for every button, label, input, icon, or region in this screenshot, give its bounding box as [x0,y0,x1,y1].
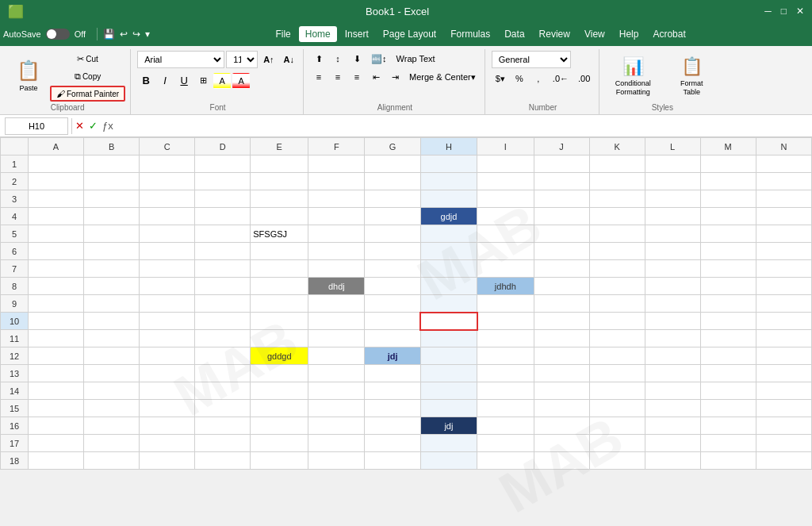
cell-B5[interactable] [84,225,140,243]
cell-B2[interactable] [84,173,140,190]
cell-N2[interactable] [756,173,811,190]
cell-D8[interactable] [195,278,251,295]
cell-L7[interactable] [645,260,700,278]
cell-B7[interactable] [84,260,140,278]
cell-F17[interactable] [308,435,365,452]
menu-acrobat[interactable]: Acrobat [646,26,691,42]
cell-G2[interactable] [365,173,421,190]
row-header-17[interactable]: 17 [1,435,29,452]
orientation-button[interactable]: 🔤↕ [367,51,391,67]
col-header-n[interactable]: N [756,138,811,155]
row-header-15[interactable]: 15 [1,400,29,417]
cell-F10[interactable] [308,313,365,330]
border-button[interactable]: ⊞ [194,73,212,89]
cell-A16[interactable] [29,417,84,435]
cell-K16[interactable] [589,417,645,435]
cell-C8[interactable] [140,278,195,295]
cell-B13[interactable] [84,365,140,382]
cell-A14[interactable] [29,382,84,400]
cell-B4[interactable] [84,208,140,225]
col-header-d[interactable]: D [195,138,251,155]
font-family-select[interactable]: Arial [137,51,224,68]
cell-M14[interactable] [700,382,756,400]
cell-C5[interactable] [140,225,195,243]
cell-H11[interactable] [420,330,477,347]
cell-D1[interactable] [195,155,251,173]
cell-A11[interactable] [29,330,84,347]
col-header-k[interactable]: K [589,138,645,155]
cell-L11[interactable] [645,330,700,347]
cell-C9[interactable] [140,295,195,313]
confirm-formula-icon[interactable]: ✓ [89,120,98,132]
align-middle-button[interactable]: ↕ [329,51,347,67]
cell-G3[interactable] [365,190,421,208]
cell-C17[interactable] [140,435,195,452]
cell-G5[interactable] [365,225,421,243]
cell-D18[interactable] [195,452,251,470]
cell-N10[interactable] [756,313,811,330]
cell-D11[interactable] [195,330,251,347]
format-painter-button[interactable]: 🖌 Format Painter [50,86,125,102]
cell-L5[interactable] [645,225,700,243]
cell-H14[interactable] [420,382,477,400]
cell-B15[interactable] [84,400,140,417]
cell-M2[interactable] [700,173,756,190]
cell-M3[interactable] [700,190,756,208]
cell-F6[interactable] [308,243,365,260]
menu-formulas[interactable]: Formulas [444,26,496,42]
italic-button[interactable]: I [156,72,174,89]
cell-I18[interactable] [477,452,534,470]
cell-E17[interactable] [251,435,308,452]
cell-H9[interactable] [420,295,477,313]
cell-K10[interactable] [589,313,645,330]
cell-I7[interactable] [477,260,534,278]
cell-I13[interactable] [477,365,534,382]
cell-B9[interactable] [84,295,140,313]
cell-G15[interactable] [365,400,421,417]
cell-N15[interactable] [756,400,811,417]
cell-B11[interactable] [84,330,140,347]
row-header-18[interactable]: 18 [1,452,29,470]
menu-insert[interactable]: Insert [339,26,375,42]
cell-C11[interactable] [140,330,195,347]
col-header-i[interactable]: I [477,138,534,155]
cell-N7[interactable] [756,260,811,278]
cell-M18[interactable] [700,452,756,470]
maximize-icon[interactable]: □ [781,6,787,17]
cell-M6[interactable] [700,243,756,260]
cell-G4[interactable] [365,208,421,225]
cell-F15[interactable] [308,400,365,417]
cell-E12[interactable]: gddgd [251,347,308,365]
cell-I6[interactable] [477,243,534,260]
cell-C7[interactable] [140,260,195,278]
cell-L18[interactable] [645,452,700,470]
decrease-indent-button[interactable]: ⇤ [367,69,385,85]
cell-G10[interactable] [365,313,421,330]
increase-indent-button[interactable]: ⇥ [386,69,404,85]
cell-N14[interactable] [756,382,811,400]
menu-review[interactable]: Review [533,26,576,42]
cell-E6[interactable] [251,243,308,260]
cell-A15[interactable] [29,400,84,417]
cell-D9[interactable] [195,295,251,313]
font-size-select[interactable]: 11 [226,51,258,68]
cell-D7[interactable] [195,260,251,278]
number-format-select[interactable]: General [492,51,571,68]
format-table-button[interactable]: 📋 Format Table [665,51,718,102]
merge-center-button[interactable]: Merge & Center▾ [405,69,480,85]
cell-J5[interactable] [534,225,589,243]
cell-E3[interactable] [251,190,308,208]
fill-color-button[interactable]: A [213,73,231,89]
wrap-text-button[interactable]: Wrap Text [393,51,439,67]
cell-N11[interactable] [756,330,811,347]
row-header-4[interactable]: 4 [1,208,29,225]
cell-L17[interactable] [645,435,700,452]
cell-A12[interactable] [29,347,84,365]
cell-F8[interactable]: dhdj [308,278,365,295]
cell-L2[interactable] [645,173,700,190]
cell-G12[interactable]: jdj [365,347,421,365]
cell-G7[interactable] [365,260,421,278]
cell-H16[interactable]: jdj [420,417,477,435]
cell-I15[interactable] [477,400,534,417]
menu-data[interactable]: Data [498,26,530,42]
